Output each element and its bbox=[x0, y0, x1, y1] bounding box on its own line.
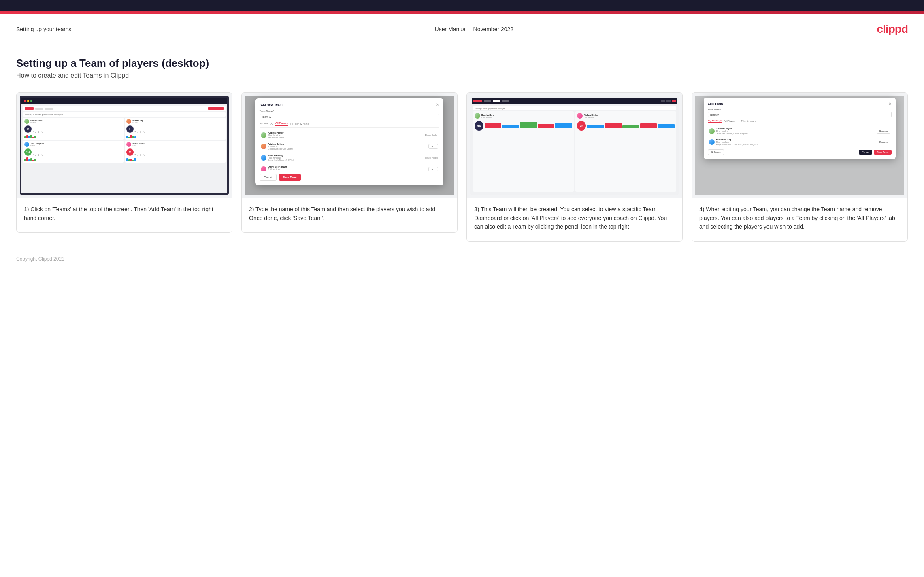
modal-players-list: Adrian Player Plus Handicap The Shire Lo… bbox=[260, 130, 439, 171]
ss3-ctrl-2 bbox=[666, 100, 671, 102]
avatar-4 bbox=[126, 142, 131, 147]
bar-3-6 bbox=[34, 159, 36, 161]
edit-modal-close[interactable]: ✕ bbox=[888, 102, 892, 106]
bar-3-5 bbox=[32, 160, 34, 161]
pdc-score-2: 72 bbox=[577, 121, 586, 131]
delete-button[interactable]: 🗑 Delete bbox=[708, 149, 724, 155]
dot-red bbox=[24, 100, 26, 102]
pdc-bar-2-1 bbox=[587, 125, 604, 128]
edit-avatar-2 bbox=[709, 139, 715, 145]
footer: Copyright Clippd 2021 bbox=[0, 250, 924, 268]
tab-filter-check[interactable]: Filter by name bbox=[290, 123, 309, 125]
add-team-btn-mini bbox=[208, 107, 224, 110]
edit-team-name-input[interactable]: Team A bbox=[708, 112, 892, 117]
card-2-screenshot: Add New Team ✕ Team Name * Team A My Tea… bbox=[242, 93, 457, 198]
modal-player-row-4: Dave Billingham 3.5 Handicap The Org Mag… bbox=[260, 164, 439, 171]
modal-player-info-3: Blair McHarg Plus Handicap Royal North D… bbox=[268, 154, 424, 161]
pdc-bar-2-4 bbox=[640, 123, 657, 128]
modal-add-btn-2[interactable]: Add bbox=[428, 144, 438, 149]
player-mini-top-2: Blair McHarg Plus Hcp bbox=[126, 119, 225, 124]
card-1: Showing 4 out of 4 players from All Play… bbox=[16, 92, 232, 233]
bar-2-4 bbox=[132, 136, 134, 138]
ss1-nav bbox=[21, 98, 227, 104]
screenshot-1-dashboard: Showing 4 out of 4 players from All Play… bbox=[20, 96, 229, 195]
bar-1-6 bbox=[34, 136, 36, 138]
manual-label: User Manual – November 2022 bbox=[435, 26, 514, 32]
edit-player-loc-2: Royal North Devon Golf Club, United King… bbox=[716, 143, 875, 146]
edit-tab-all-players[interactable]: All Players bbox=[724, 120, 735, 122]
modal-player-row-1: Adrian Player Plus Handicap The Shire Lo… bbox=[260, 130, 439, 140]
pdc-bar-1-2 bbox=[502, 125, 519, 128]
bars-4 bbox=[126, 157, 225, 161]
bar-2-5 bbox=[134, 136, 136, 138]
edit-remove-btn-1[interactable]: Remove bbox=[877, 129, 890, 134]
header: Setting up your teams User Manual – Nove… bbox=[0, 14, 924, 42]
modal-player-info-2: Adrian Coliba 1 Handicap Central London … bbox=[268, 143, 427, 150]
pdc-name-2: Richard Butler bbox=[584, 114, 598, 116]
edit-modal-container: Edit Team ✕ Team Name * Team A My Team (… bbox=[695, 96, 904, 195]
avatar-2 bbox=[126, 119, 131, 124]
edit-save-button[interactable]: Save Team bbox=[874, 150, 892, 155]
pdc-bar-2-2 bbox=[605, 123, 622, 128]
modal-save-button[interactable]: Save Team bbox=[279, 174, 300, 181]
modal-player-loc-1: The Shire London bbox=[268, 136, 424, 139]
edit-modal-box: Edit Team ✕ Team Name * Team A My Team (… bbox=[704, 98, 896, 159]
modal-team-name-input[interactable]: Team A bbox=[260, 114, 439, 119]
edit-filter-checkbox[interactable] bbox=[738, 120, 740, 122]
tab-my-team[interactable]: My Team (2) bbox=[260, 122, 273, 125]
tab-all-players[interactable]: All Players bbox=[275, 122, 288, 126]
bar-3-4 bbox=[30, 158, 32, 161]
modal-add-title: Add New Team bbox=[260, 103, 283, 106]
card-4: Edit Team ✕ Team Name * Team A My Team (… bbox=[692, 92, 908, 242]
page-subtitle: How to create and edit Teams in Clippd bbox=[16, 72, 908, 79]
modal-player-loc-4: The Org Maging Golf Club bbox=[268, 170, 427, 171]
player-stats-1: 84 Player Quality bbox=[24, 125, 123, 133]
card-4-text: 4) When editing your Team, you can chang… bbox=[692, 198, 907, 241]
edit-tab-my-team[interactable]: My Team (2) bbox=[708, 119, 722, 123]
modal-player-status-3: Player Added bbox=[425, 157, 438, 159]
player-name-3: Dave Billingham bbox=[30, 143, 44, 145]
pdc-top-2: Richard Butler Plus Handicap bbox=[577, 113, 675, 119]
ss1-filter: Showing 4 out of 4 players from All Play… bbox=[23, 112, 226, 117]
modal-avatar-1 bbox=[261, 132, 266, 138]
player-mini-2: Blair McHarg Plus Hcp 0 Player Quality bbox=[125, 118, 226, 140]
modal-player-row-2: Adrian Coliba 1 Handicap Central London … bbox=[260, 142, 439, 151]
filter-checkbox[interactable] bbox=[290, 123, 293, 125]
edit-team-name-label: Team Name * bbox=[708, 108, 892, 111]
modal-add-close[interactable]: ✕ bbox=[436, 102, 439, 107]
pdc-2: Richard Butler Plus Handicap 72 bbox=[575, 111, 676, 192]
player-name-2: Blair McHarg bbox=[132, 120, 143, 122]
dot-green bbox=[30, 100, 32, 102]
edit-remove-btn-2[interactable]: Remove bbox=[877, 140, 890, 144]
player-mini-3: Dave Billingham 3.5 Hcp 194 Player Quali… bbox=[23, 141, 124, 163]
copyright-text: Copyright Clippd 2021 bbox=[16, 256, 64, 262]
modal-add-container: Add New Team ✕ Team Name * Team A My Tea… bbox=[245, 96, 454, 195]
score-4: 72 bbox=[126, 148, 134, 156]
edit-modal-header: Edit Team ✕ bbox=[708, 102, 892, 106]
pdc-hcp-1: Plus Handicap bbox=[481, 116, 494, 118]
trash-icon: 🗑 bbox=[711, 151, 713, 153]
bar-1-4 bbox=[30, 135, 32, 138]
modal-player-row-3: Blair McHarg Plus Handicap Royal North D… bbox=[260, 153, 439, 163]
player-grid: Adrian Collins Plus Hcp 84 Player Qualit… bbox=[23, 118, 226, 163]
card-4-screenshot: Edit Team ✕ Team Name * Team A My Team (… bbox=[692, 93, 907, 198]
ss3-filter-text: Showing 2 out of 2 players from All Play… bbox=[475, 108, 505, 110]
modal-avatar-4 bbox=[261, 166, 266, 171]
edit-cancel-button[interactable]: Cancel bbox=[859, 150, 872, 155]
ss3-tab-3 bbox=[502, 100, 509, 102]
modal-add-btn-4[interactable]: Add bbox=[428, 167, 438, 171]
pdc-stats-2: 72 bbox=[577, 120, 675, 132]
player-name-1: Adrian Collins bbox=[30, 120, 43, 122]
ss3-pencil-btn[interactable] bbox=[672, 100, 676, 102]
bar-4-1 bbox=[126, 158, 128, 161]
player-info-3: 3.5 Hcp bbox=[30, 145, 44, 146]
edit-tab-filter[interactable]: Filter by name bbox=[738, 120, 756, 122]
ss3-filter-bar: Showing 2 out of 2 players from All Play… bbox=[473, 106, 676, 110]
pdc-top-1: Blair McHarg Plus Handicap bbox=[475, 113, 572, 119]
ss1-logo bbox=[25, 107, 34, 110]
pdc-avatar-1 bbox=[475, 113, 480, 119]
edit-player-info-2: Blair McHarg Plus Handicap Royal North D… bbox=[716, 138, 875, 146]
modal-cancel-button[interactable]: Cancel bbox=[260, 174, 277, 181]
top-bar bbox=[0, 0, 924, 11]
ss3-ctrl-1 bbox=[661, 100, 665, 102]
